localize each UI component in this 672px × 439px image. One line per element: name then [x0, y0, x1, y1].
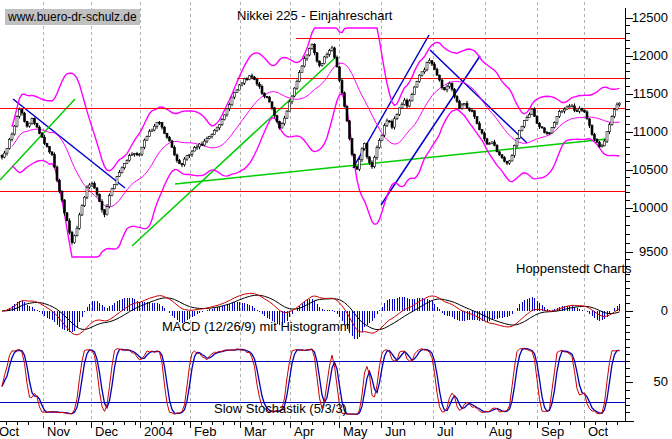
macd-zero-label: 0: [661, 303, 668, 318]
chart-canvas: OctNovDec2004FebMarAprMayJunJulAugSepOct…: [0, 0, 672, 439]
website-watermark: www.buero-dr-schulz.de: [5, 9, 140, 25]
month-label-aug-10: Aug: [489, 424, 512, 439]
price-label-10000: 10000: [632, 200, 668, 215]
price-label-11500: 11500: [633, 86, 668, 101]
price-label-12000: 12000: [632, 48, 668, 63]
month-label-apr-6: Apr: [294, 424, 315, 439]
bollinger-middle-band: [12, 63, 620, 207]
stochastic-levels: [0, 362, 625, 403]
price-label-11000: 11000: [633, 124, 668, 139]
price-label-10500: 10500: [632, 162, 668, 177]
month-label-mar-5: Mar: [244, 424, 267, 439]
nikkei-chart-page: OctNovDec2004FebMarAprMayJunJulAugSepOct…: [0, 0, 672, 439]
month-label-oct-12: Oct: [588, 424, 609, 439]
month-label-sep-11: Sep: [541, 424, 564, 439]
resistance-lines: [0, 39, 625, 192]
bollinger-bands: [12, 28, 620, 257]
price-label-12500: 12500: [632, 10, 668, 25]
month-gridlines: [43, 2, 584, 420]
candlesticks: [1, 43, 621, 245]
month-label-2004-3: 2004: [144, 424, 173, 439]
source-label: Hoppenstedt Charts: [516, 261, 632, 276]
chart-title: Nikkei 225 - Einjahreschart: [237, 8, 392, 23]
month-label-dec-2: Dec: [95, 424, 119, 439]
month-label-oct-0: Oct: [0, 424, 20, 439]
month-label-feb-4: Feb: [194, 424, 216, 439]
month-label-nov-1: Nov: [47, 424, 71, 439]
stochastic-panel-label: Slow Stochastik (5/3/3): [214, 401, 347, 416]
price-label-9500: 9500: [639, 244, 668, 259]
month-label-jun-8: Jun: [385, 424, 406, 439]
month-label-jul-9: Jul: [437, 424, 454, 439]
stoch-fifty-label: 50: [654, 374, 668, 389]
bollinger-lower-band: [12, 94, 620, 257]
macd-panel-label: MACD (12/26/9) mit Histogramm: [162, 319, 351, 334]
month-label-may-7: May: [343, 424, 368, 439]
